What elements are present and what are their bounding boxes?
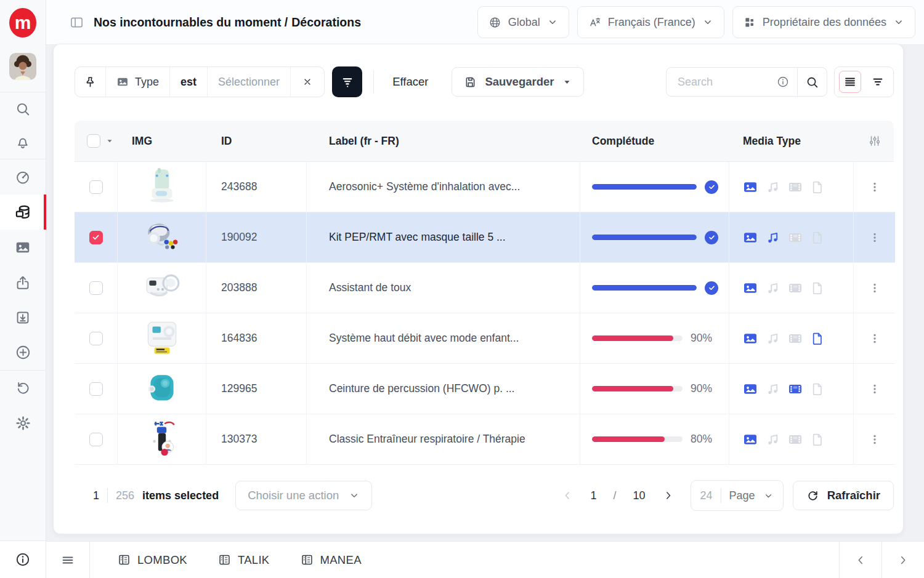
previous-page-button[interactable]: [561, 489, 573, 502]
film-media-icon: [788, 230, 803, 245]
clear-filters-button[interactable]: Effacer: [392, 75, 428, 89]
row-label: Système haut débit avec mode enfant...: [329, 332, 519, 345]
select-all-checkbox[interactable]: [87, 134, 100, 148]
row-menu-button[interactable]: [868, 231, 881, 244]
pin-filter-button[interactable]: [75, 67, 106, 97]
filter-chip: Type est Sélectionner: [75, 66, 325, 97]
current-page[interactable]: 1: [590, 489, 596, 502]
table-tab-icon: [301, 553, 314, 566]
grid-view-button[interactable]: [867, 71, 889, 93]
filter-operator[interactable]: est: [170, 67, 208, 97]
list-view-button[interactable]: [839, 71, 861, 93]
refresh-label: Rafraîchir: [827, 489, 880, 502]
table-tab-icon: [118, 553, 131, 566]
row-checkbox[interactable]: [89, 382, 103, 396]
search-submit-button[interactable]: [798, 68, 827, 96]
sidebar-item-history[interactable]: [0, 371, 46, 406]
export-icon: [15, 275, 31, 291]
gear-icon: [15, 415, 31, 431]
pagination: 1 / 10: [561, 489, 674, 502]
chevron-right-icon: [662, 489, 675, 502]
scope-dropdown[interactable]: Global: [477, 6, 569, 38]
filter-value[interactable]: Sélectionner: [208, 67, 291, 97]
document-media-icon: [811, 433, 824, 446]
row-checkbox[interactable]: [89, 332, 103, 345]
save-view-button[interactable]: Sauvegarder: [452, 67, 583, 97]
row-checkbox[interactable]: [89, 281, 103, 295]
footer-divider: [107, 488, 108, 503]
tabs-scroll-right-button[interactable]: [881, 542, 924, 578]
bottom-menu-button[interactable]: [46, 542, 90, 578]
completeness-percent: 90%: [691, 382, 712, 395]
row-checkbox[interactable]: [89, 433, 103, 446]
tabs-scroll-left-button[interactable]: [839, 542, 881, 578]
completeness-bar: [592, 235, 697, 240]
refresh-button[interactable]: Rafraîchir: [793, 481, 894, 510]
page-size-dropdown[interactable]: 24 Page: [691, 480, 784, 511]
tab-talik[interactable]: TALIK: [203, 542, 285, 578]
row-menu-button[interactable]: [868, 433, 881, 446]
add-filter-button[interactable]: [332, 66, 362, 97]
table-row[interactable]: 130373 Classic Entraîneur respiratoire /…: [75, 414, 894, 465]
row-label: Ceinture de percussion (HFCWO) p. ...: [329, 382, 514, 395]
sidebar-item-notifications[interactable]: [0, 126, 46, 159]
history-icon: [15, 380, 31, 396]
sidebar-item-search[interactable]: [0, 92, 46, 126]
tab-manea[interactable]: MANEA: [285, 542, 377, 578]
next-page-button[interactable]: [662, 489, 675, 502]
role-dropdown-label: Propriétaire des données: [763, 16, 886, 29]
locale-dropdown[interactable]: Français (France): [577, 6, 724, 38]
sidebar-item-export[interactable]: [0, 265, 46, 300]
selected-count-label: items selected: [142, 489, 219, 502]
search-input[interactable]: [667, 76, 774, 89]
select-menu-caret-icon[interactable]: [105, 137, 114, 145]
music-media-icon: [766, 230, 780, 244]
row-id: 129965: [221, 382, 257, 395]
sidebar-item-create[interactable]: [0, 335, 46, 370]
table-row[interactable]: 203888 Assistant de toux: [75, 263, 894, 313]
table-row[interactable]: 190092 Kit PEP/RMT avec masque taille 5 …: [75, 212, 894, 263]
row-checkbox[interactable]: [89, 231, 103, 244]
filter-attribute[interactable]: Type: [106, 67, 170, 97]
chevron-left-icon: [561, 489, 573, 502]
music-media-icon: [766, 331, 780, 345]
column-settings-icon[interactable]: [868, 134, 881, 148]
role-dropdown[interactable]: Propriétaire des données: [732, 6, 915, 38]
sidebar-item-products[interactable]: [0, 195, 46, 230]
list-view-icon: [843, 75, 857, 89]
table-row[interactable]: 129965 Ceinture de percussion (HFCWO) p.…: [75, 364, 894, 414]
row-checkbox[interactable]: [89, 180, 103, 194]
remove-filter-button[interactable]: [291, 67, 324, 97]
row-menu-button[interactable]: [868, 281, 881, 295]
sidebar: m: [0, 0, 46, 578]
selected-count: 256: [116, 489, 134, 502]
tab-lombok[interactable]: LOMBOK: [102, 542, 203, 578]
column-header-mediatype[interactable]: Media Type: [729, 121, 854, 161]
row-menu-button[interactable]: [868, 382, 881, 396]
column-header-img[interactable]: IMG: [118, 121, 206, 161]
media-image-icon: [15, 239, 31, 255]
bulk-action-dropdown[interactable]: Choisir une action: [235, 481, 372, 510]
sidebar-item-dashboard[interactable]: [0, 159, 46, 195]
brand-logo[interactable]: m: [9, 8, 36, 38]
sidebar-item-settings[interactable]: [0, 406, 46, 441]
chevron-down-icon: [547, 17, 558, 28]
chevron-down-icon: [349, 490, 360, 501]
page-size-label: Page: [729, 489, 755, 502]
row-menu-button[interactable]: [868, 180, 881, 194]
sidebar-item-media[interactable]: [0, 230, 46, 265]
search-info-icon[interactable]: [776, 75, 790, 89]
column-header-completeness[interactable]: Complétude: [580, 121, 729, 161]
filter-operator-label: est: [180, 76, 197, 89]
film-media-icon: [788, 432, 803, 447]
sidebar-item-import[interactable]: [0, 300, 46, 335]
table-row[interactable]: 164836 Système haut débit avec mode enfa…: [75, 313, 894, 364]
panel-toggle-icon[interactable]: [70, 15, 84, 30]
column-header-id[interactable]: ID: [206, 121, 307, 161]
table-row[interactable]: 243688 Aerosonic+ Système d'inhalation a…: [75, 162, 894, 212]
avatar[interactable]: [9, 53, 36, 80]
column-header-label[interactable]: Label (fr - FR): [307, 121, 580, 161]
complete-badge-icon: [705, 231, 718, 244]
row-menu-button[interactable]: [868, 332, 881, 345]
sidebar-item-info[interactable]: [0, 540, 46, 578]
